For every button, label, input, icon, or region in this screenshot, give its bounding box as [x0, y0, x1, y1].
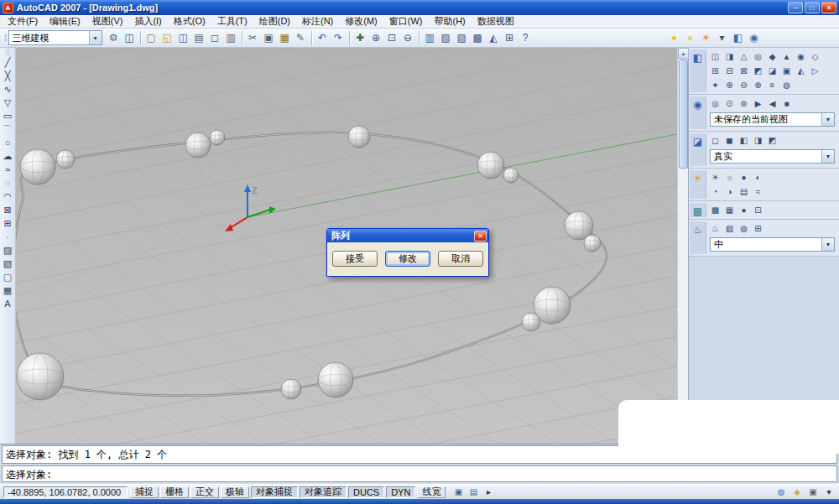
materials-tool-icon[interactable]: ●	[737, 204, 751, 216]
toolbar-grip-icon[interactable]: ⁞⁞	[4, 34, 6, 43]
named-views-icon[interactable]: ◧	[730, 30, 746, 46]
sun-icon[interactable]: ☀	[698, 30, 714, 46]
menu-item[interactable]: 视图(V)	[86, 15, 129, 29]
3d-make-tool-icon[interactable]: ⊞	[708, 65, 722, 77]
menu-item[interactable]: 编辑(E)	[44, 15, 86, 29]
polygon-icon[interactable]: ▽	[1, 96, 15, 109]
menu-item[interactable]: 标注(N)	[296, 15, 339, 29]
status-toggle[interactable]: 线宽	[417, 486, 446, 498]
3d-navigate-tool-icon[interactable]: ■	[779, 97, 794, 110]
menu-item[interactable]: 帮助(H)	[429, 15, 472, 29]
3d-navigate-tool-icon[interactable]: ⊚	[737, 97, 751, 110]
communication-center-icon[interactable]: ◍	[774, 486, 788, 498]
3d-make-tool-icon[interactable]: ◨	[722, 50, 737, 63]
sphere[interactable]	[503, 168, 519, 183]
ellipse-arc-icon[interactable]: ◠	[1, 190, 15, 203]
plot-icon[interactable]: ▤	[191, 30, 207, 46]
sphere[interactable]	[20, 149, 55, 184]
menu-item[interactable]: 绘图(D)	[253, 15, 296, 29]
close-button[interactable]: ✕	[821, 2, 836, 13]
zoom-window-icon[interactable]: ⊡	[384, 30, 400, 46]
3d-make-tool-icon[interactable]: ◍	[779, 79, 794, 91]
menu-item[interactable]: 文件(F)	[2, 15, 44, 29]
make-block-icon[interactable]: ⊞	[1, 216, 15, 230]
chevron-down-icon[interactable]: ▾	[821, 150, 834, 163]
visual-style-panel-icon[interactable]: ◪	[690, 133, 706, 166]
status-toggle[interactable]: 极轴	[221, 486, 249, 498]
gradient-icon[interactable]: ▧	[1, 257, 15, 270]
3d-navigate-tool-icon[interactable]: ▶	[751, 97, 765, 110]
mtext-icon[interactable]: A	[1, 297, 15, 310]
zoom-previous-icon[interactable]: ⊖	[400, 30, 416, 46]
minimize-button[interactable]: ─	[788, 2, 803, 13]
rectangle-icon[interactable]: ▭	[1, 109, 15, 122]
3d-make-tool-icon[interactable]: ◉	[794, 50, 808, 63]
render-panel-icon[interactable]: ♨	[690, 221, 706, 254]
3d-make-tool-icon[interactable]: ▷	[808, 65, 822, 77]
light-tool-icon[interactable]: ≈	[751, 185, 765, 198]
paste-icon[interactable]: ▦	[277, 30, 293, 46]
coordinate-display[interactable]: -40.8895, 106.0782, 0.0000	[3, 486, 128, 498]
tray-arrow-icon[interactable]: ▸	[482, 486, 495, 498]
sheet-set-manager-icon[interactable]: ▩	[470, 30, 486, 46]
cut-icon[interactable]: ✂	[245, 30, 261, 46]
3d-make-tool-icon[interactable]: ◭	[794, 65, 808, 77]
visual-style-tool-icon[interactable]: ◻	[708, 134, 722, 147]
3d-make-tool-icon[interactable]: ◫	[708, 50, 722, 63]
dialog-title-bar[interactable]: 阵列 ✕	[327, 229, 488, 242]
sphere[interactable]	[522, 313, 540, 331]
status-toggle[interactable]: DUCS	[348, 486, 384, 498]
menu-item[interactable]: 工具(T)	[211, 15, 253, 29]
status-toggle[interactable]: 栅格	[160, 486, 189, 498]
close-icon[interactable]: ✕	[474, 231, 487, 242]
visual-style-tool-icon[interactable]: ◩	[765, 134, 779, 147]
chevron-down-icon[interactable]: ▾	[89, 31, 102, 44]
maximize-button[interactable]: □	[805, 2, 820, 13]
3d-navigate-dropdown[interactable]: 未保存的当前视图▾	[710, 112, 835, 127]
plot-preview-icon[interactable]: ◻	[207, 30, 223, 46]
light-bulb-on-icon[interactable]: ●	[666, 30, 682, 46]
3d-make-tool-icon[interactable]: ≡	[765, 79, 779, 91]
pan-icon[interactable]: ✚	[352, 30, 368, 46]
viewport-scrollbar[interactable]: ▲ ▼	[677, 48, 688, 444]
model-layout-icon[interactable]: ▣	[451, 486, 465, 498]
status-menu-arrow-icon[interactable]: ▾	[822, 486, 836, 498]
render-dropdown[interactable]: 中▾	[710, 237, 835, 252]
arc-icon[interactable]: ⌒	[1, 122, 15, 136]
sphere[interactable]	[477, 152, 504, 179]
ellipse-icon[interactable]: ◌	[1, 176, 15, 190]
status-toggle[interactable]: 对象捕捉	[251, 486, 298, 498]
3d-make-tool-icon[interactable]: ◎	[751, 50, 765, 63]
designcenter-icon[interactable]: ▧	[438, 30, 454, 46]
polyline-icon[interactable]: ∿	[1, 82, 15, 96]
region-icon[interactable]: ▢	[1, 270, 15, 283]
render-dropdown-arrow-icon[interactable]: ▾	[714, 30, 730, 46]
menu-item[interactable]: 数据视图	[472, 15, 520, 29]
3d-make-tool-icon[interactable]: ⊖	[737, 79, 751, 91]
3d-make-tool-icon[interactable]: ◪	[765, 65, 779, 77]
menu-item[interactable]: 插入(I)	[128, 15, 167, 29]
3d-make-tool-icon[interactable]: ⊠	[737, 65, 751, 77]
3d-make-tool-icon[interactable]: △	[737, 50, 751, 63]
point-icon[interactable]: ∙	[1, 230, 15, 243]
light-tool-icon[interactable]: ◐	[751, 171, 765, 184]
chevron-down-icon[interactable]: ▾	[821, 113, 834, 126]
materials-tool-icon[interactable]: ▦	[722, 204, 737, 216]
annotation-scale-icon[interactable]: ▤	[466, 486, 480, 498]
tool-palettes-icon[interactable]: ▨	[454, 30, 470, 46]
3d-navigate-tool-icon[interactable]: ◎	[708, 97, 722, 110]
3d-make-tool-icon[interactable]: ▲	[779, 50, 794, 63]
render-tool-icon[interactable]: ◍	[737, 222, 751, 235]
sphere[interactable]	[281, 379, 301, 399]
sphere[interactable]	[17, 353, 64, 400]
materials-tool-icon[interactable]: ⊡	[751, 204, 765, 216]
cancel-button[interactable]: 取消	[438, 251, 483, 267]
render-tool-icon[interactable]: ♨	[708, 222, 722, 235]
3d-make-tool-icon[interactable]: ✦	[708, 79, 722, 91]
status-toggle[interactable]: 捕捉	[130, 486, 159, 498]
menu-item[interactable]: 窗口(W)	[383, 15, 429, 29]
draw-toolbar-grip-icon[interactable]: ⁞⁞	[5, 49, 9, 55]
materials-panel-icon[interactable]: ▩	[690, 203, 706, 217]
quickcalc-icon[interactable]: ⊞	[502, 30, 518, 46]
status-toggle[interactable]: DYN	[386, 486, 415, 498]
